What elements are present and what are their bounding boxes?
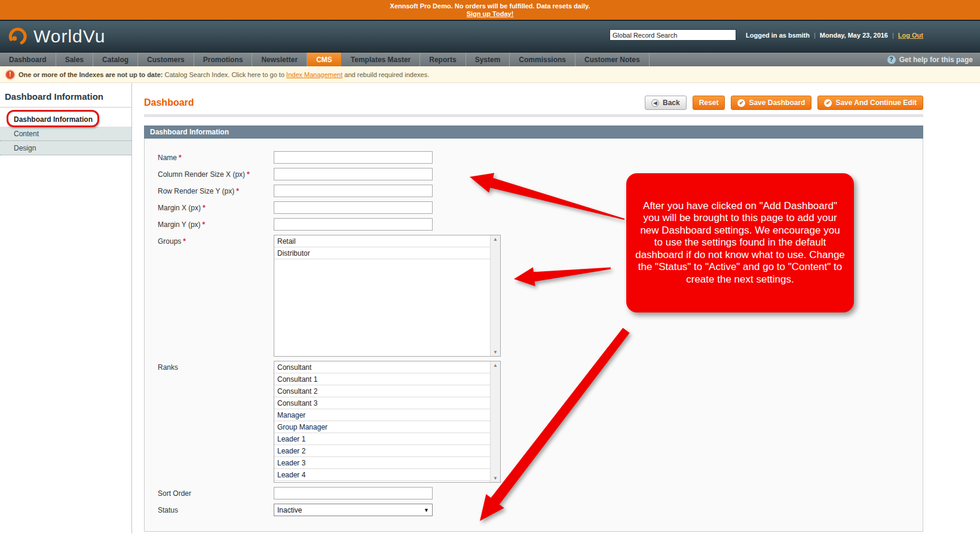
- back-arrow-icon: ◀: [651, 99, 659, 107]
- sort-order-input[interactable]: [274, 487, 433, 499]
- listbox-option-leader-2[interactable]: Leader 2: [274, 445, 490, 457]
- check-icon: ✔: [824, 99, 832, 107]
- nav-tab-reports[interactable]: Reports: [420, 53, 466, 66]
- form-row-margin-x-px-: Margin X (px)*: [158, 201, 911, 214]
- field-label-text: Name: [158, 154, 177, 162]
- row-render-size-y-px--input[interactable]: [274, 185, 433, 197]
- dashboard-information-panel: Name*Column Render Size X (px)*Row Rende…: [144, 139, 923, 532]
- listbox-option-manager[interactable]: Manager: [274, 409, 490, 421]
- notice-tail-text: and rebuild required indexes.: [342, 71, 429, 78]
- logo-text: WorldVu: [33, 26, 105, 47]
- column-render-size-x-px--input[interactable]: [274, 168, 433, 180]
- demo-banner-text: Xennsoft Pro Demo. No orders will be ful…: [0, 2, 980, 10]
- form-row-ranks: RanksConsultantConsultant 1Consultant 2C…: [158, 361, 911, 483]
- field-label-status: Status: [158, 504, 274, 516]
- sidebar-item-design[interactable]: Design: [0, 141, 131, 155]
- form-row-status: StatusInactive▼: [158, 504, 911, 516]
- form-row-groups: Groups*RetailDistributor▲▼: [158, 235, 911, 357]
- scrollbar[interactable]: ▲▼: [490, 361, 500, 482]
- field-label-text: Margin X (px): [158, 204, 201, 212]
- required-asterisk: *: [203, 220, 206, 229]
- content-divider: [144, 114, 923, 117]
- field-label-text: Groups: [158, 237, 181, 246]
- listbox-option-leader-3[interactable]: Leader 3: [274, 457, 490, 469]
- field-label-margin-x-px-: Margin X (px)*: [158, 201, 274, 214]
- required-asterisk: *: [236, 187, 239, 195]
- required-asterisk: *: [203, 204, 206, 212]
- logged-in-text: Logged in as bsmith: [746, 32, 810, 39]
- listbox-option-consultant-2[interactable]: Consultant 2: [274, 385, 490, 397]
- groups-listbox[interactable]: RetailDistributor▲▼: [274, 235, 501, 357]
- main-content: Dashboard ◀ Back Reset ✔ Save Dashboard …: [132, 83, 980, 532]
- ranks-listbox[interactable]: ConsultantConsultant 1Consultant 2Consul…: [274, 361, 501, 483]
- sidebar-tabs: Dashboard InformationContentDesign: [0, 112, 131, 155]
- margin-x-px--input[interactable]: [274, 201, 433, 214]
- header: WorldVu Logged in as bsmith | Monday, Ma…: [0, 20, 980, 53]
- notice-bold-text: One or more of the Indexes are not up to…: [19, 71, 163, 78]
- sidebar: Dashboard Information Dashboard Informat…: [0, 83, 132, 534]
- listbox-option-distributor[interactable]: Distributor: [274, 247, 490, 259]
- scrollbar[interactable]: ▲▼: [490, 235, 500, 356]
- nav-tab-dashboard[interactable]: Dashboard: [0, 53, 56, 66]
- save-dashboard-label: Save Dashboard: [749, 99, 805, 107]
- field-label-column-render-size-x-px-: Column Render Size X (px)*: [158, 168, 274, 180]
- signup-link[interactable]: Sign up Today!: [467, 10, 514, 17]
- nav-tab-cms[interactable]: CMS: [307, 53, 342, 66]
- nav-tab-newsletter[interactable]: Newsletter: [252, 53, 307, 66]
- nav-items: DashboardSalesCatalogCustomersPromotions…: [0, 53, 650, 66]
- form-row-row-render-size-y-px-: Row Render Size Y (px)*: [158, 185, 911, 197]
- status-select[interactable]: Inactive▼: [274, 504, 433, 516]
- sidebar-item-content[interactable]: Content: [0, 127, 131, 141]
- nav-tab-sales[interactable]: Sales: [56, 53, 93, 66]
- header-separator: |: [892, 32, 894, 39]
- select-value: Inactive: [277, 506, 302, 514]
- nav-tab-promotions[interactable]: Promotions: [194, 53, 253, 66]
- section-header: Dashboard Information: [144, 125, 923, 139]
- listbox-option-consultant-3[interactable]: Consultant 3: [274, 397, 490, 409]
- listbox-option-leader-4[interactable]: Leader 4: [274, 469, 490, 481]
- header-date: Monday, May 23, 2016: [820, 32, 888, 39]
- form-row-name: Name*: [158, 151, 911, 164]
- global-search-input[interactable]: [610, 29, 736, 41]
- reset-button[interactable]: Reset: [693, 96, 725, 110]
- field-label-text: Row Render Size Y (px): [158, 187, 234, 195]
- groups-options: RetailDistributor: [274, 235, 490, 259]
- listbox-option-leader-1[interactable]: Leader 1: [274, 433, 490, 445]
- scroll-down-icon[interactable]: ▼: [491, 476, 500, 481]
- nav-tab-catalog[interactable]: Catalog: [93, 53, 138, 66]
- save-continue-button[interactable]: ✔ Save And Continue Edit: [817, 96, 923, 110]
- save-dashboard-button[interactable]: ✔ Save Dashboard: [731, 96, 811, 110]
- main-nav: DashboardSalesCatalogCustomersPromotions…: [0, 53, 980, 66]
- back-button[interactable]: ◀ Back: [645, 96, 687, 110]
- form-row-column-render-size-x-px-: Column Render Size X (px)*: [158, 168, 911, 180]
- logout-link[interactable]: Log Out: [898, 32, 923, 39]
- nav-tab-customer-notes[interactable]: Customer Notes: [575, 53, 650, 66]
- nav-tab-commissions[interactable]: Commissions: [510, 53, 575, 66]
- warning-exclamation-icon: !: [6, 70, 14, 79]
- page-title: Dashboard: [144, 97, 194, 108]
- field-label-sort-order: Sort Order: [158, 487, 274, 499]
- nav-tab-system[interactable]: System: [466, 53, 510, 66]
- nav-tab-templates-master[interactable]: Templates Master: [342, 53, 420, 66]
- listbox-option-consultant[interactable]: Consultant: [274, 361, 490, 373]
- margin-y-px--input[interactable]: [274, 218, 433, 231]
- scroll-up-icon[interactable]: ▲: [491, 237, 500, 242]
- logo: WorldVu: [7, 26, 105, 47]
- scroll-down-icon[interactable]: ▼: [491, 349, 500, 355]
- listbox-option-group-manager[interactable]: Group Manager: [274, 421, 490, 433]
- scroll-up-icon[interactable]: ▲: [491, 363, 500, 368]
- sidebar-item-dashboard-information[interactable]: Dashboard Information: [0, 112, 131, 127]
- header-separator: |: [814, 32, 816, 39]
- required-asterisk: *: [247, 170, 250, 179]
- field-label-text: Margin Y (px): [158, 220, 201, 229]
- help-link[interactable]: ? Get help for this page: [887, 53, 973, 66]
- listbox-option-consultant-1[interactable]: Consultant 1: [274, 373, 490, 385]
- nav-tab-customers[interactable]: Customers: [138, 53, 194, 66]
- chevron-down-icon: ▼: [424, 507, 429, 513]
- index-management-link[interactable]: Index Management: [286, 71, 342, 78]
- sidebar-title: Dashboard Information: [0, 83, 131, 108]
- form-row-margin-y-px-: Margin Y (px)*: [158, 218, 911, 231]
- field-label-ranks: Ranks: [158, 361, 274, 483]
- listbox-option-retail[interactable]: Retail: [274, 235, 490, 247]
- name-input[interactable]: [274, 151, 433, 164]
